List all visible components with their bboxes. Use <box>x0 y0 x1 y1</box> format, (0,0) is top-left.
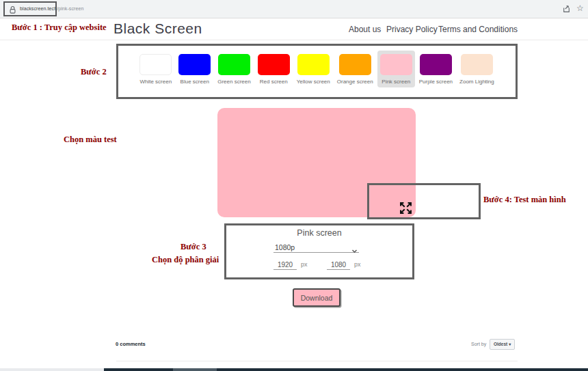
color-swatch-row: White screen Blue screen Green screen Re… <box>118 51 516 87</box>
comments-divider <box>116 361 518 361</box>
height-input[interactable] <box>327 260 350 270</box>
yellow-color-chip <box>297 54 330 75</box>
nav-privacy-policy[interactable]: Privacy Policy <box>386 25 438 34</box>
browser-address-bar[interactable]: blackscreen.tech/pink-screen ☆ <box>0 0 588 18</box>
white-color-chip <box>139 54 172 75</box>
annotation-step1: Bước 1 : Truy cập website <box>12 23 107 33</box>
download-button[interactable]: Download <box>293 288 340 307</box>
green-color-chip <box>218 54 250 75</box>
blue-color-chip <box>178 54 211 75</box>
step1-highlight-frame <box>3 1 57 16</box>
swatch-red-screen[interactable]: Red screen <box>255 51 293 87</box>
site-title[interactable]: Black Screen <box>113 20 202 37</box>
url-path: /pink-screen <box>57 6 83 11</box>
sort-order-button[interactable]: Oldest <box>490 339 515 350</box>
purple-color-chip <box>420 54 452 75</box>
nav-terms-conditions[interactable]: Terms and Conditions <box>438 25 518 34</box>
swatch-yellow-screen[interactable]: Yellow screen <box>294 51 333 87</box>
step4-highlight-frame <box>367 183 481 219</box>
resolution-select[interactable]: 1080p <box>273 243 359 253</box>
settings-panel-title: Pink screen <box>224 228 414 238</box>
zoom-lighting-color-chip <box>461 54 493 75</box>
sort-by-label: Sort by <box>471 342 486 346</box>
resolution-selected-value: 1080p <box>275 243 295 251</box>
annotation-step2: Bước 2 <box>81 67 107 77</box>
height-px-label: px <box>354 261 361 268</box>
chevron-down-icon <box>351 245 358 251</box>
swatch-orange-screen[interactable]: Orange screen <box>334 51 376 87</box>
swatch-pink-screen[interactable]: Pink screen <box>377 51 415 87</box>
pink-color-chip <box>380 54 412 75</box>
annotation-step4: Bước 4: Test màn hình <box>483 195 566 205</box>
orange-color-chip <box>339 54 371 75</box>
width-px-label: px <box>301 261 308 268</box>
share-icon[interactable] <box>562 4 571 14</box>
nav-about-us[interactable]: About us <box>349 25 381 34</box>
annotation-choose-color: Chọn màu test <box>64 135 117 145</box>
swatch-blue-screen[interactable]: Blue screen <box>176 51 213 87</box>
swatch-white-screen[interactable]: White screen <box>137 51 174 87</box>
swatch-zoom-lighting[interactable]: Zoom Lighting <box>457 51 497 87</box>
star-icon[interactable]: ☆ <box>576 3 584 13</box>
red-color-chip <box>258 54 290 75</box>
annotation-step3: Bước 3 <box>181 242 206 252</box>
width-input[interactable] <box>273 260 297 270</box>
sort-caret-icon <box>507 342 511 346</box>
bottom-strip-segment <box>173 368 217 371</box>
annotation-step3-sub: Chọn độ phân giải <box>152 255 219 265</box>
swatch-purple-screen[interactable]: Purple screen <box>416 51 455 87</box>
bottom-strip-light <box>0 368 104 371</box>
swatch-green-screen[interactable]: Green screen <box>215 51 253 87</box>
page: blackscreen.tech/pink-screen ☆ Black Scr… <box>0 0 588 371</box>
comments-count: 0 comments <box>116 341 146 347</box>
